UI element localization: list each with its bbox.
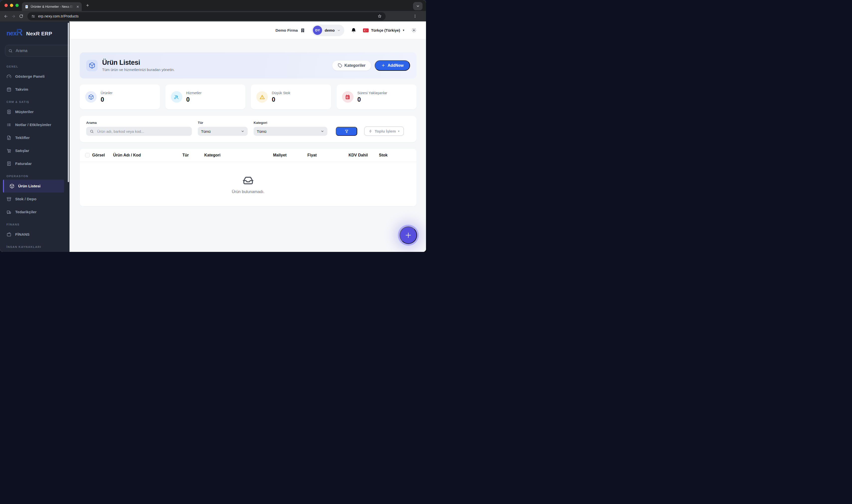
notes-list-icon	[6, 122, 12, 127]
sidebar-item-label: Faturalar	[15, 161, 32, 166]
url-text[interactable]: erp.nexy.com.tr/Products	[38, 14, 375, 18]
sidebar-search-box[interactable]: ⌘K	[5, 45, 70, 57]
page-subtitle: Tüm ürün ve hizmetlerinizi buradan yönet…	[102, 68, 175, 72]
stat-card-suresi-yaklasanlar: Süresi Yaklaşanlar 0	[337, 85, 417, 109]
browser-menu-icon[interactable]	[413, 14, 417, 18]
sidebar-section-crm-satis: CRM & SATIŞ	[0, 96, 70, 105]
browser-tab[interactable]: Ürünler & Hizmetler - Nexa El	[22, 2, 82, 11]
site-settings-icon[interactable]	[31, 14, 35, 18]
sidebar-item-label: Tedarikçiler	[15, 210, 37, 214]
back-icon[interactable]	[3, 14, 8, 19]
lightning-icon	[369, 129, 373, 133]
warning-triangle-icon	[256, 91, 268, 103]
type-select[interactable]: Tümü	[198, 127, 248, 136]
select-all-checkbox[interactable]	[83, 153, 92, 158]
search-icon	[8, 49, 13, 53]
sidebar-item-takvim[interactable]: Takvim	[0, 83, 70, 96]
sidebar-item-urun-listesi[interactable]: Ürün Listesi	[3, 180, 64, 193]
sidebar-item-label: FİNANS	[15, 232, 30, 237]
stat-value: 0	[272, 96, 290, 103]
stat-label: Hizmetler	[186, 91, 202, 95]
package-icon	[85, 91, 97, 103]
tab-favicon-icon	[25, 5, 29, 9]
stat-cards: Ürünler 0 Hizmetler 0	[80, 85, 417, 109]
new-tab-button[interactable]	[86, 3, 89, 7]
add-new-button[interactable]: AddNew	[375, 60, 410, 71]
product-search-box[interactable]	[86, 127, 192, 136]
user-menu[interactable]: DY demo	[312, 25, 344, 36]
package-icon	[10, 184, 15, 188]
sidebar-item-musteriler[interactable]: Müşteriler	[0, 105, 70, 118]
category-select[interactable]: Tümü	[254, 127, 327, 136]
col-kdv-dahil: KDV Dahil	[348, 153, 378, 158]
zoom-window-button[interactable]	[15, 4, 19, 7]
archive-icon	[6, 197, 12, 201]
language-selector[interactable]: Türkçe (Türkiye) ▼	[363, 28, 405, 32]
sidebar-item-label: Stok / Depo	[15, 197, 36, 201]
theme-toggle-sun-icon[interactable]	[411, 28, 417, 33]
cart-icon	[6, 148, 12, 153]
inbox-icon	[242, 174, 254, 186]
sidebar-search-input[interactable]	[15, 48, 68, 53]
minimize-window-button[interactable]	[10, 4, 13, 7]
logo[interactable]: nexR NexR ERP	[0, 21, 70, 38]
sidebar-item-label: Ürün Listesi	[18, 184, 41, 188]
empty-state: Ürün bulunamadı.	[80, 162, 417, 206]
filter-bar: Arama Tür Tümü	[80, 116, 417, 142]
categories-button[interactable]: Kategoriler	[332, 60, 371, 71]
sidebar-section-finans: FİNANS	[0, 218, 70, 228]
sidebar-item-label: Gösterge Paneli	[15, 74, 44, 79]
tools-icon	[171, 91, 182, 103]
hero-text: Ürün Listesi Tüm ürün ve hizmetlerinizi …	[102, 59, 175, 72]
tab-search-button[interactable]	[413, 2, 422, 10]
sidebar-item-tedarikciler[interactable]: Tedarikçiler	[0, 205, 70, 218]
reload-icon[interactable]	[19, 14, 23, 18]
logo-r-mark: R	[16, 29, 23, 36]
chevron-down-icon	[337, 29, 341, 32]
stat-card-dusuk-stok: Düşük Stok 0	[251, 85, 331, 109]
sidebar-item-notlar-etkilesimler[interactable]: Notlar / Etkileşimler	[0, 118, 70, 131]
sidebar-item-gosterge-paneli[interactable]: Gösterge Paneli	[0, 70, 70, 83]
browser-window: Ürünler & Hizmetler - Nexa El	[0, 0, 426, 252]
company-name: Demo Firma	[275, 28, 298, 33]
contact-card-icon	[6, 109, 12, 114]
sidebar-item-satislar[interactable]: Satışlar	[0, 144, 70, 157]
chevron-down-icon	[321, 129, 324, 133]
app-header: Demo Firma DY demo	[70, 21, 426, 39]
bookmark-star-icon[interactable]	[377, 14, 382, 18]
col-tur: Tür	[182, 153, 204, 158]
company-switcher[interactable]: Demo Firma	[275, 28, 305, 33]
hero-actions: Kategoriler AddNew	[332, 60, 410, 71]
close-window-button[interactable]	[4, 4, 8, 7]
app-root: nexR NexR ERP ⌘K GEN	[0, 21, 426, 252]
sidebar-scrollbar[interactable]	[68, 23, 69, 182]
url-bar[interactable]: erp.nexy.com.tr/Products	[28, 12, 386, 20]
stat-value: 0	[101, 96, 113, 103]
sidebar-item-finans[interactable]: FİNANS	[0, 228, 70, 241]
sidebar-item-stok-depo[interactable]: Stok / Depo	[0, 193, 70, 205]
page-content: Ürün Listesi Tüm ürün ve hizmetlerinizi …	[70, 39, 426, 252]
add-new-button-label: AddNew	[388, 63, 403, 68]
stat-label: Süresi Yaklaşanlar	[358, 91, 387, 95]
search-filter-group: Arama	[86, 121, 192, 136]
notifications-bell-icon[interactable]	[351, 28, 357, 33]
tab-close-icon[interactable]	[76, 5, 79, 8]
col-gorsel: Görsel	[92, 153, 109, 158]
bulk-action-button[interactable]: Toplu İşlem ▾	[364, 127, 404, 136]
type-filter-group: Tür Tümü	[198, 121, 248, 136]
product-search-input[interactable]	[97, 129, 188, 134]
tab-title: Ürünler & Hizmetler - Nexa El	[31, 5, 74, 8]
sidebar-item-faturalar[interactable]: Faturalar	[0, 157, 70, 170]
stat-card-urunler: Ürünler 0	[80, 85, 160, 109]
gauge-icon	[6, 74, 12, 79]
receipt-icon	[6, 161, 12, 166]
fab-add-button[interactable]	[400, 227, 417, 244]
sidebar-section-operasyon: OPERASYON	[0, 170, 70, 180]
apply-filter-button[interactable]	[336, 127, 357, 136]
package-icon	[86, 60, 98, 71]
sidebar-item-teklifler[interactable]: Teklifler	[0, 131, 70, 144]
forward-icon[interactable]	[11, 14, 16, 19]
search-filter-label: Arama	[86, 121, 192, 125]
sidebar-nav: GENEL Gösterge Paneli Takvim CRM & SATIŞ…	[0, 60, 70, 252]
logo-nex-text: nex	[6, 30, 16, 37]
